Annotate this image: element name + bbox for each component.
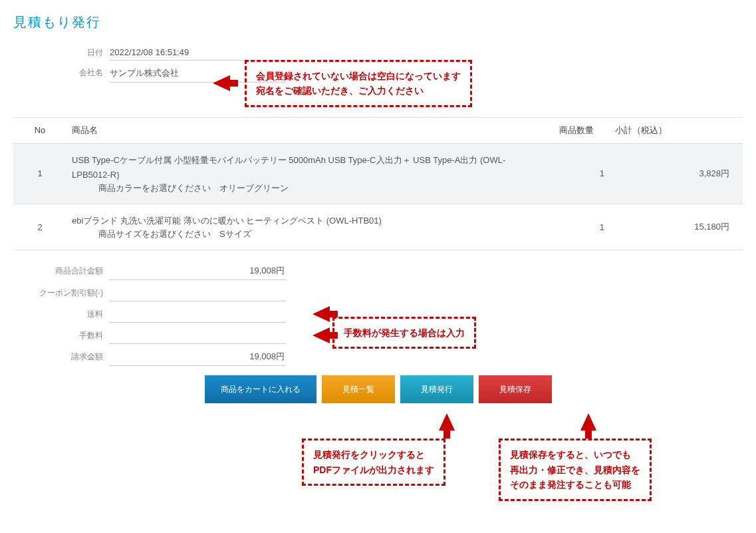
cell-no: 1 (13, 143, 66, 204)
callout-mid-container: 手数料が発生する場合は入力 (332, 317, 743, 349)
totals-section: 商品合計金額 19,008円 クーポン割引額(-) 送料 手数料 請求金額 19… (13, 262, 743, 366)
table-header-row: No 商品名 商品数量 小計（税込） (13, 117, 743, 143)
product-option: 商品カラーをお選びください オリーブグリーン (72, 182, 538, 194)
cell-qty: 1 (543, 204, 610, 250)
coupon-row: クーポン割引額(-) (13, 284, 743, 301)
product-option: 商品サイズをお選びください Sサイズ (72, 228, 538, 240)
date-row: 日付 2022/12/08 16:51:49 (13, 45, 743, 61)
date-label: 日付 (13, 45, 110, 59)
estimate-save-button[interactable]: 見積保存 (479, 375, 552, 403)
arrow-left-icon (313, 327, 330, 343)
table-row: 1 USB Type-Cケーブル付属 小型軽量モバイルバッテリー 5000mAh… (13, 143, 743, 204)
callout-save-container: 見積保存をすると、いつでも 再出力・修正でき、見積内容を そのまま発注することも… (499, 413, 652, 500)
callout-mid: 手数料が発生する場合は入力 (332, 317, 476, 349)
arrow-left-icon (213, 75, 230, 91)
estimate-issue-button[interactable]: 見積発行 (400, 375, 473, 403)
callout-top-container: 会員登録されていない場合は空白になっています 宛名をご確認いただき、ご入力くださ… (213, 60, 743, 107)
estimate-list-button[interactable]: 見積一覧 (322, 375, 395, 403)
callout-issue-container: 見積発行をクリックすると PDFファイルが出力されます (293, 413, 455, 486)
product-name: ebiブランド 丸洗い洗濯可能 薄いのに暖かい ヒーティングベスト (OWL-H… (72, 214, 538, 228)
add-to-cart-button[interactable]: 商品をカートに入れる (205, 375, 316, 403)
shipping-value[interactable] (110, 305, 286, 323)
cell-subtotal: 3,828円 (610, 143, 743, 204)
page-title: 見積もり発行 (13, 13, 743, 31)
bottom-callouts: 見積発行をクリックすると PDFファイルが出力されます 見積保存をすると、いつで… (13, 413, 743, 533)
arrow-up-icon (580, 413, 596, 431)
callout-issue: 見積発行をクリックすると PDFファイルが出力されます (302, 439, 445, 486)
date-value: 2022/12/08 16:51:49 (110, 45, 286, 61)
cell-qty: 1 (543, 143, 610, 204)
callout-top: 会員登録されていない場合は空白になっています 宛名をご確認いただき、ご入力くださ… (245, 60, 472, 107)
cell-subtotal: 15,180円 (610, 204, 743, 250)
product-total-row: 商品合計金額 19,008円 (13, 262, 743, 280)
shipping-label: 送料 (13, 309, 110, 320)
th-no: No (13, 117, 66, 143)
arrow-up-icon (439, 413, 455, 431)
company-label: 会社名 (13, 65, 110, 79)
arrow-left-icon (313, 306, 330, 322)
table-row: 2 ebiブランド 丸洗い洗濯可能 薄いのに暖かい ヒーティングベスト (OWL… (13, 204, 743, 250)
callout-save: 見積保存をすると、いつでも 再出力・修正でき、見積内容を そのまま発注することも… (499, 439, 652, 500)
coupon-value[interactable] (110, 284, 286, 301)
cell-no: 2 (13, 204, 66, 250)
billing-label: 請求金額 (13, 351, 110, 363)
product-total-value: 19,008円 (110, 262, 286, 280)
cell-name: ebiブランド 丸洗い洗濯可能 薄いのに暖かい ヒーティングベスト (OWL-H… (66, 204, 543, 250)
button-bar: 商品をカートに入れる 見積一覧 見積発行 見積保存 (13, 375, 743, 403)
billing-row: 請求金額 19,008円 (13, 348, 743, 366)
product-name: USB Type-Cケーブル付属 小型軽量モバイルバッテリー 5000mAh U… (72, 153, 538, 182)
th-name: 商品名 (66, 117, 543, 143)
items-table: No 商品名 商品数量 小計（税込） 1 USB Type-Cケーブル付属 小型… (13, 117, 743, 250)
billing-value: 19,008円 (110, 348, 286, 366)
coupon-label: クーポン割引額(-) (13, 287, 110, 299)
th-subtotal: 小計（税込） (610, 117, 743, 143)
fee-value[interactable] (110, 327, 286, 344)
product-total-label: 商品合計金額 (13, 266, 110, 277)
cell-name: USB Type-Cケーブル付属 小型軽量モバイルバッテリー 5000mAh U… (66, 143, 543, 204)
th-qty: 商品数量 (543, 117, 610, 143)
fee-label: 手数料 (13, 330, 110, 341)
